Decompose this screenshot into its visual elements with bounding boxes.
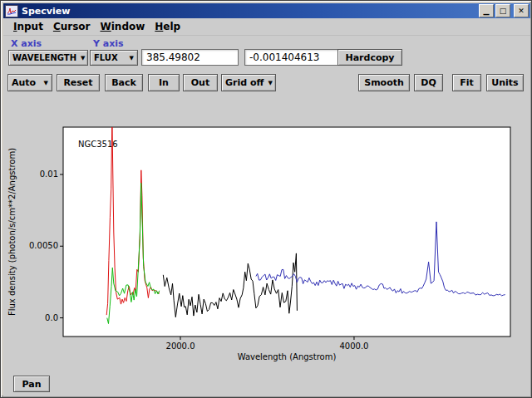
cursor-x-field[interactable] (141, 49, 239, 66)
smooth-button-label: Smooth (364, 77, 404, 88)
close-button[interactable]: ✕ (514, 4, 529, 17)
app-icon (5, 5, 18, 17)
y-tick-label: 0.0 (45, 313, 58, 322)
close-icon: ✕ (518, 7, 525, 15)
y-tick-label: 0.0050 (29, 241, 58, 250)
maximize-button[interactable]: □ (495, 4, 510, 17)
menu-cursor[interactable]: Cursor (48, 20, 96, 33)
dq-button[interactable]: DQ (414, 74, 443, 91)
cursor-y-field[interactable] (244, 49, 342, 66)
zoom-in-button-label: In (159, 77, 169, 88)
y-axis-title: Flux density (photon/s/cm**2/Angstrom) (7, 148, 17, 316)
back-button-label: Back (111, 77, 136, 88)
hardcopy-button[interactable]: Hardcopy (337, 49, 402, 66)
menu-input[interactable]: Input (8, 20, 48, 33)
fit-button-label: Fit (460, 77, 474, 88)
x-tick-label: 2000.0 (166, 341, 195, 351)
y-axis-combo-value: FLUX (94, 53, 118, 62)
chevron-down-icon: ▼ (268, 80, 272, 86)
zoom-in-button[interactable]: In (148, 74, 180, 91)
y-axis-label: Y axis (93, 38, 124, 49)
zoom-out-button[interactable]: Out (183, 74, 218, 91)
app-icon-glyph (7, 7, 16, 15)
smooth-button[interactable]: Smooth (358, 74, 410, 91)
menu-bar: Input Cursor Window Help (3, 18, 530, 36)
menu-window[interactable]: Window (95, 20, 150, 33)
x-axis-label: X axis (11, 38, 42, 49)
title-bar: Specview ▁ □ ✕ (3, 3, 530, 18)
pan-button[interactable]: Pan (13, 376, 50, 392)
chevron-down-icon: ▼ (44, 80, 48, 86)
x-axis-combo-value: WAVELENGTH (12, 53, 76, 62)
grid-combo-value: Grid off (225, 77, 264, 88)
spectrum-chart-panel: 2000.04000.00.010.00500.0Wavelength (Ang… (3, 101, 530, 369)
reset-button-label: Reset (63, 77, 92, 88)
window-title: Specview (22, 6, 477, 17)
grid-combo[interactable]: Grid off ▼ (221, 74, 276, 91)
pan-button-label: Pan (22, 379, 41, 390)
maximize-icon: □ (500, 7, 507, 15)
x-axis-combo[interactable]: WAVELENGTH ▼ (8, 50, 88, 66)
units-button[interactable]: Units (486, 74, 524, 91)
hardcopy-button-label: Hardcopy (345, 52, 394, 63)
x-axis-title: Wavelength (Angstrom) (238, 352, 337, 361)
spectrum-plot[interactable]: 2000.04000.00.010.00500.0Wavelength (Ang… (3, 101, 530, 369)
auto-combo[interactable]: Auto ▼ (7, 74, 52, 91)
chevron-down-icon: ▼ (130, 55, 134, 61)
menu-help[interactable]: Help (150, 20, 185, 33)
plot-area[interactable] (63, 127, 510, 337)
reset-button[interactable]: Reset (57, 74, 100, 91)
x-tick-label: 4000.0 (339, 341, 368, 351)
back-button[interactable]: Back (105, 74, 143, 91)
units-button-label: Units (491, 77, 518, 88)
zoom-out-button-label: Out (191, 77, 209, 88)
chevron-down-icon: ▼ (81, 55, 85, 61)
fit-button[interactable]: Fit (452, 74, 481, 91)
toolbar-row: Auto ▼ Reset Back In Out Grid off ▼ Smoo… (3, 73, 530, 95)
dq-button-label: DQ (421, 77, 436, 88)
y-tick-label: 0.01 (40, 170, 58, 179)
y-axis-combo[interactable]: FLUX ▼ (90, 50, 138, 66)
minimize-icon: ▁ (484, 7, 490, 15)
minimize-button[interactable]: ▁ (479, 4, 494, 17)
app-window: Specview ▁ □ ✕ Input Cursor Window Help … (0, 0, 532, 398)
axis-controls-row: X axis WAVELENGTH ▼ Y axis FLUX ▼ Hardco… (3, 36, 530, 73)
auto-combo-value: Auto (12, 77, 36, 88)
